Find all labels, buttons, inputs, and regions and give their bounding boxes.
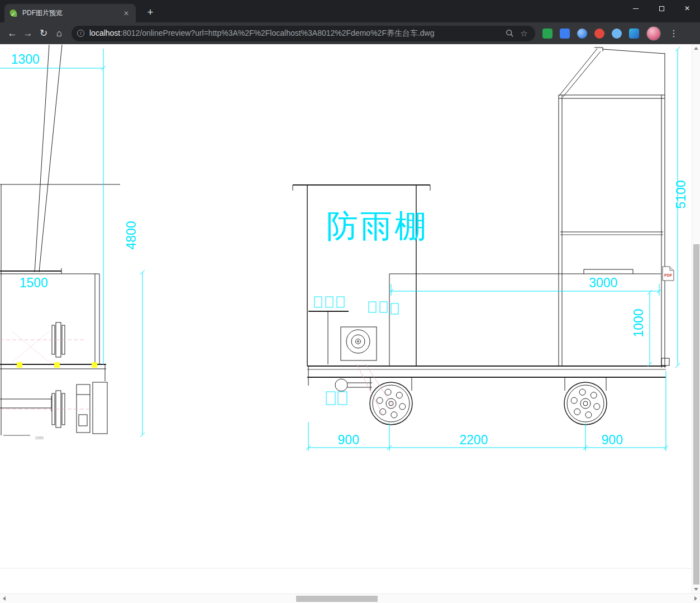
blue-ball-extension-icon[interactable] (577, 29, 587, 39)
back-button[interactable]: ← (4, 26, 20, 41)
dim-900-left: 900 (338, 433, 359, 447)
red-extension-icon[interactable] (594, 29, 604, 39)
horizontal-scroll-thumb[interactable] (296, 596, 378, 602)
dim-4800: 4800 (124, 221, 139, 249)
tab-close-icon[interactable]: ✕ (121, 8, 131, 18)
translate-extension-icon[interactable] (560, 29, 570, 39)
scroll-down-arrow-icon[interactable] (694, 588, 698, 591)
tab-title: PDF图片预览 (22, 8, 121, 18)
address-bar[interactable]: i localhost:8012/onlinePreview?url=http%… (72, 26, 535, 41)
tab-strip: PDF图片预览 ✕ + ✕ (0, 0, 700, 22)
dim-1500: 1500 (20, 276, 48, 290)
maximize-icon (659, 6, 664, 11)
url-host: localhost (89, 29, 120, 37)
scroll-up-arrow-icon[interactable] (694, 47, 698, 50)
wheel-right (564, 382, 607, 425)
browser-toolbar: ← → ↻ ⌂ i localhost:8012/onlinePreview?u… (0, 22, 700, 44)
canopy-label: 防雨棚 (326, 208, 428, 244)
bookmark-star-icon[interactable]: ☆ (518, 28, 530, 39)
vertical-scrollbar[interactable] (692, 44, 700, 593)
green-extension-icon[interactable] (542, 29, 553, 39)
centerlines (0, 331, 393, 416)
minimize-icon (633, 8, 639, 9)
dim-900-right: 900 (602, 433, 623, 447)
dim-1000: 1000 (631, 308, 646, 337)
browser-tab[interactable]: PDF图片预览 ✕ (4, 4, 136, 22)
new-tab-button[interactable]: + (144, 6, 157, 18)
home-button[interactable]: ⌂ (51, 26, 67, 41)
dim-1300: 1300 (11, 52, 40, 67)
page-content: 1300 4800 1500 5100 3000 1000 900 2200 9… (0, 44, 700, 593)
pdf-file-icon[interactable]: PDF (663, 267, 674, 281)
cad-drawing: 1300 4800 1500 5100 3000 1000 900 2200 9… (0, 44, 692, 593)
dim-small: 1585 (35, 436, 44, 440)
dim-3000: 3000 (589, 276, 617, 290)
dimension-lines (0, 47, 680, 451)
spring-favicon-icon (9, 9, 18, 18)
pdf-badge-text: PDF (664, 273, 673, 277)
dim-2200: 2200 (459, 433, 488, 447)
scroll-right-arrow-icon[interactable] (694, 596, 697, 601)
cloud-extension-icon[interactable] (612, 29, 622, 39)
url-text[interactable]: localhost:8012/onlinePreview?url=http%3A… (89, 29, 501, 39)
horizontal-scrollbar[interactable] (0, 593, 700, 603)
zoom-icon[interactable] (504, 28, 515, 39)
left-machine-linework (0, 45, 120, 435)
highlight-blocks (17, 362, 97, 368)
forward-button[interactable]: → (20, 26, 36, 41)
dim-5100: 5100 (674, 180, 688, 208)
url-path: :8012/onlinePreview?url=http%3A%2F%2Floc… (120, 29, 434, 37)
site-info-icon[interactable]: i (77, 30, 84, 37)
window-close-button[interactable]: ✕ (674, 0, 700, 17)
scroll-left-arrow-icon[interactable] (3, 596, 6, 601)
window-controls: ✕ (623, 0, 700, 17)
browser-menu-icon[interactable]: ⋮ (667, 28, 680, 39)
reload-button[interactable]: ↻ (36, 26, 51, 41)
extensions-row (542, 29, 639, 39)
profile-avatar[interactable] (646, 26, 661, 41)
shield-extension-icon[interactable] (629, 29, 639, 39)
window-minimize-button[interactable] (623, 0, 649, 17)
window-maximize-button[interactable] (649, 0, 674, 17)
vertical-scroll-thumb[interactable] (693, 244, 699, 585)
